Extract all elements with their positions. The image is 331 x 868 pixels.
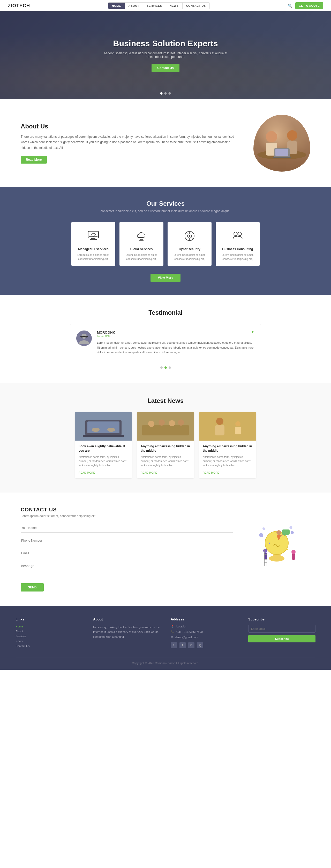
instagram-icon[interactable]: ig (197, 642, 203, 648)
contact-email-input[interactable] (21, 549, 233, 558)
contact-send-button[interactable]: SEND (21, 583, 44, 591)
linkedin-icon[interactable]: in (188, 642, 194, 648)
contact-svg: ✦ ✦ (246, 507, 308, 574)
news-section: Latest News Look even slightly believabl… (0, 383, 331, 493)
footer-social: f t in ig (171, 642, 238, 648)
news-image-2 (137, 412, 194, 441)
svg-rect-10 (90, 239, 97, 240)
svg-rect-74 (282, 529, 290, 535)
testimonial-name: MOROJINK (97, 331, 255, 334)
nav-contact[interactable]: CONTACT US (183, 3, 209, 9)
svg-point-59 (291, 531, 294, 534)
about-text: About Us There are many variations of pa… (21, 123, 238, 164)
quote-button[interactable]: GeT A Quote (295, 2, 323, 9)
hero-dot-3[interactable] (169, 92, 171, 95)
nav-news[interactable]: NEWS (166, 3, 183, 9)
footer-email-text: demo@gmail.com (175, 636, 198, 639)
hero-dot-1[interactable] (160, 92, 163, 95)
svg-point-41 (92, 428, 99, 432)
footer-link-news[interactable]: News (16, 640, 83, 643)
svg-point-52 (235, 421, 240, 426)
cloud-icon (134, 228, 149, 244)
svg-rect-9 (91, 238, 95, 239)
hero-dot-2[interactable] (164, 92, 167, 95)
phone-icon: 📞 (171, 630, 174, 633)
about-read-more-button[interactable]: Read More (21, 156, 47, 163)
quote-icon: " (252, 330, 255, 338)
nav-services[interactable]: SERVICES (143, 3, 166, 9)
news-read-more-1[interactable]: READ MORE → (79, 471, 98, 474)
search-icon[interactable]: 🔍 (288, 4, 292, 8)
nav-about[interactable]: ABOUT (125, 3, 143, 9)
contact-illustration: ✦ ✦ (243, 507, 310, 574)
view-more-button[interactable]: View More (151, 274, 180, 282)
news-desc-1: Alteration in some form, by injected hum… (79, 455, 128, 467)
footer-email-input[interactable] (248, 625, 315, 632)
footer-link-home[interactable]: Home (16, 625, 83, 628)
svg-line-27 (186, 232, 188, 235)
footer-subscribe-button[interactable]: Subscribe (248, 635, 315, 643)
service-3-name: Cyber security (172, 247, 207, 251)
footer-location: 📍 Location (171, 625, 238, 628)
contact-phone-input[interactable] (21, 536, 233, 545)
about-image (253, 115, 310, 172)
news-read-more-2[interactable]: READ MORE → (141, 471, 160, 474)
svg-point-48 (178, 420, 184, 426)
news-card-2: Anything embarrassing hidden in the midd… (137, 412, 194, 478)
services-grid: Managed IT services Lorem ipsum dolor si… (16, 222, 315, 266)
managed-it-icon (86, 228, 101, 244)
service-4-desc: Lorem ipsum dolor sit amet, consectetur … (220, 253, 255, 261)
footer-links-col: Links Home About Services News Contact U… (16, 617, 83, 649)
service-3-desc: Lorem ipsum dolor sit amet, consectetur … (172, 253, 207, 261)
footer-address-title: Address (171, 617, 238, 621)
testimonial-dots (21, 366, 310, 369)
contact-message-input[interactable] (21, 561, 233, 577)
svg-line-14 (94, 233, 95, 234)
service-card-3: Cyber security Lorem ipsum dolor sit ame… (168, 222, 212, 266)
testimonial-dot-2[interactable] (164, 366, 167, 369)
svg-rect-53 (235, 427, 241, 434)
contact-title: CONTACT US (21, 507, 233, 513)
services-subtitle: consectetur adipiscing elit, sed do eius… (16, 209, 315, 213)
footer-link-services[interactable]: Services (16, 634, 83, 638)
svg-point-50 (216, 417, 223, 425)
service-card-2: Cloud Services Lorem ipsum dolor sit ame… (119, 222, 163, 266)
news-card-3: Anything embarrassing hidden in the midd… (199, 412, 256, 478)
footer-link-about[interactable]: About (16, 630, 83, 633)
testimonial-card: MOROJINK Lorem DOE Lorem ipsum dolor sit… (70, 324, 261, 361)
cyber-security-icon (182, 228, 197, 244)
about-section: About Us There are many variations of pa… (0, 99, 331, 187)
testimonial-section: Testimonial MOROJINK Lorem DOE Lorem ips… (0, 295, 331, 383)
hero-cta-button[interactable]: Contact Us (152, 64, 179, 72)
contact-subtitle: Lorem ipsum dolor sit amet, consectetur … (21, 514, 233, 518)
svg-point-46 (158, 420, 165, 426)
footer-about-col: About Necessary, making this the first t… (93, 617, 160, 649)
twitter-icon[interactable]: t (179, 642, 186, 648)
about-title: About Us (21, 123, 238, 130)
news-read-more-3[interactable]: READ MORE → (203, 471, 223, 474)
svg-rect-73 (292, 554, 295, 560)
footer-link-contact[interactable]: Contact Us (16, 645, 83, 648)
hero-title: Business Solution Experts (101, 39, 230, 48)
svg-rect-44 (142, 425, 189, 435)
nav-menu: HOME ABOUT SERVICES NEWS CONTACT US (108, 2, 210, 9)
contact-name-input[interactable] (21, 524, 233, 533)
contact-section: CONTACT US Lorem ipsum dolor sit amet, c… (0, 493, 331, 606)
news-body-2: Anything embarrassing hidden in the midd… (137, 441, 194, 478)
testimonial-dot-3[interactable] (169, 366, 171, 369)
news-body-1: Look even slightly believable. If you ar… (75, 441, 132, 478)
service-1-name: Managed IT services (76, 247, 111, 251)
svg-text:✦: ✦ (286, 547, 289, 552)
svg-rect-39 (87, 422, 119, 433)
facebook-icon[interactable]: f (171, 642, 177, 648)
footer-bottom: Copyright © 2020.Company name All rights… (16, 657, 315, 664)
news-title-3: Anything embarrassing hidden in the midd… (203, 444, 252, 453)
footer-grid: Links Home About Services News Contact U… (16, 617, 315, 649)
nav-home[interactable]: HOME (108, 3, 125, 9)
svg-rect-35 (85, 336, 88, 338)
svg-point-47 (169, 420, 175, 426)
testimonial-dot-1[interactable] (160, 366, 163, 369)
hero-subtitle: Aeneon scelerisque felis ut orci condime… (101, 52, 230, 59)
news-grid: Look even slightly believable. If you ar… (21, 412, 310, 478)
news-body-3: Anything embarrassing hidden in the midd… (199, 441, 256, 478)
